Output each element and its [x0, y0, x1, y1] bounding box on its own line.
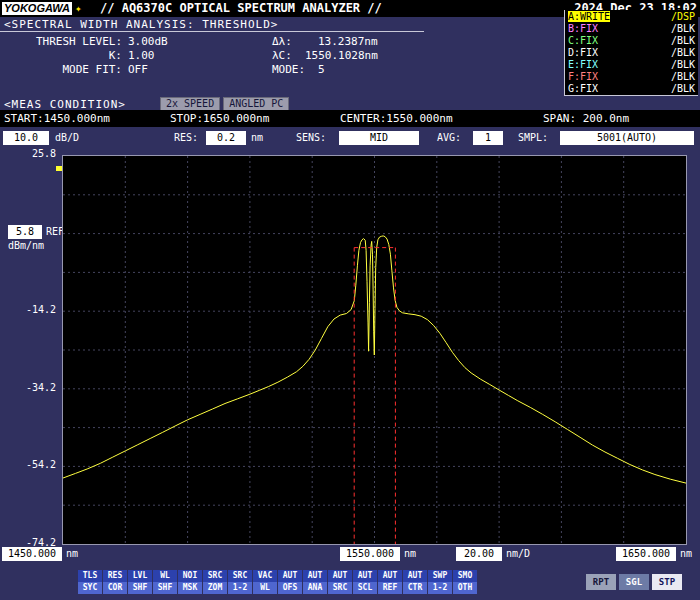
- res-field[interactable]: 0.2: [206, 131, 246, 145]
- softkey-label-bottom: SYC: [78, 582, 102, 594]
- span-wavelength[interactable]: SPAN: 200.0nm: [543, 110, 629, 127]
- softkey-swp-1-2[interactable]: SWP1-2: [428, 570, 452, 594]
- y-axis-label-top: 25.8: [10, 147, 56, 161]
- softkey-toolbar: TLSSYCRESCORLVLSHFWLSHFNOIMSKSRCZOMSRC1-…: [78, 570, 477, 594]
- softkey-smo-oth[interactable]: SMOOTH: [453, 570, 477, 594]
- softkey-aut-src[interactable]: AUTSRC: [328, 570, 352, 594]
- trace-row-c[interactable]: C:FIX/BLK: [565, 35, 698, 46]
- softkey-src-1-2[interactable]: SRC1-2: [228, 570, 252, 594]
- stop-wavelength[interactable]: STOP:1650.000nm: [170, 110, 269, 127]
- thresh-level-label: THRESH LEVEL:: [0, 35, 122, 48]
- trace-row-d[interactable]: D:FIX/BLK: [565, 47, 698, 58]
- x-axis-start-field[interactable]: 1450.000: [2, 547, 62, 561]
- softkey-label-top: AUT: [303, 570, 327, 582]
- softkey-src-zom[interactable]: SRCZOM: [203, 570, 227, 594]
- trace-status: /BLK: [671, 47, 695, 58]
- y-axis-label: -54.2: [10, 458, 56, 472]
- yokogawa-logo: YOKOGAWA: [2, 2, 72, 15]
- softkey-lvl-shf[interactable]: LVLSHF: [128, 570, 152, 594]
- softkey-label-bottom: 1-2: [428, 582, 452, 594]
- trace-status: /BLK: [671, 59, 695, 70]
- softkey-label-top: SWP: [428, 570, 452, 582]
- softkey-label-bottom: OFS: [278, 582, 302, 594]
- softkey-label-bottom: ANA: [303, 582, 327, 594]
- softkey-aut-ofs[interactable]: AUTOFS: [278, 570, 302, 594]
- thresh-level-value[interactable]: 3.00dB: [128, 35, 168, 48]
- k-value[interactable]: 1.00: [128, 49, 155, 62]
- start-wavelength[interactable]: START:1450.000nm: [4, 110, 110, 127]
- trace-row-b[interactable]: B:FIX/BLK: [565, 23, 698, 34]
- trace-name: F:FIX: [568, 71, 598, 82]
- softkey-aut-ref[interactable]: AUTREF: [378, 570, 402, 594]
- softkey-wl-shf[interactable]: WLSHF: [153, 570, 177, 594]
- softkey-label-bottom: SHF: [128, 582, 152, 594]
- softkey-label-bottom: SRC: [328, 582, 352, 594]
- trace-status: /BLK: [671, 23, 695, 34]
- connector-badge: ANGLED PC: [223, 97, 289, 111]
- softkey-label-top: AUT: [403, 570, 427, 582]
- x-axis-start-unit: nm: [66, 547, 78, 561]
- softkey-label-bottom: WL: [253, 582, 277, 594]
- sens-field[interactable]: MID: [339, 131, 419, 145]
- trace-name: C:FIX: [568, 35, 598, 46]
- trace-status: /BLK: [671, 35, 695, 46]
- level-scale-field[interactable]: 10.0: [3, 131, 49, 145]
- sweep-range-bar: START:1450.000nm STOP:1650.000nm CENTER:…: [0, 110, 700, 127]
- avg-label: AVG:: [437, 131, 461, 145]
- y-axis-label: -14.2: [10, 303, 56, 317]
- softkey-label-bottom: ZOM: [203, 582, 227, 594]
- trace-row-e[interactable]: E:FIX/BLK: [565, 59, 698, 70]
- trace-name: B:FIX: [568, 23, 598, 34]
- y-axis-label: -34.2: [10, 381, 56, 395]
- button-sgl[interactable]: SGL: [619, 574, 649, 590]
- lambda-c-value: 1550.1028nm: [305, 49, 378, 62]
- trace-status-panel: A:WRITE/DSPB:FIX/BLKC:FIX/BLKD:FIX/BLKE:…: [564, 10, 698, 96]
- softkey-noi-msk[interactable]: NOIMSK: [178, 570, 202, 594]
- softkey-aut-scl[interactable]: AUTSCL: [353, 570, 377, 594]
- spectrum-plot-area[interactable]: [62, 155, 687, 545]
- softkey-tls-syc[interactable]: TLSSYC: [78, 570, 102, 594]
- trace-name: G:FIX: [568, 83, 598, 94]
- softkey-vac-wl[interactable]: VACWL: [253, 570, 277, 594]
- level-scale-unit: dB/D: [55, 131, 79, 145]
- mode-fit-value[interactable]: OFF: [128, 63, 148, 76]
- trace-status: /BLK: [671, 71, 695, 82]
- y-axis-unit: dBm/nm: [8, 239, 44, 253]
- smpl-label: SMPL:: [518, 131, 548, 145]
- trace-row-g[interactable]: G:FIX/BLK: [565, 83, 698, 94]
- trace-status: /BLK: [671, 83, 695, 94]
- softkey-label-bottom: OTH: [453, 582, 477, 594]
- x-axis-scale-unit: nm/D: [506, 547, 530, 561]
- lambda-c-label: λC:: [272, 49, 292, 62]
- softkey-label-top: NOI: [178, 570, 202, 582]
- trace-name: A:WRITE: [568, 11, 610, 22]
- softkey-label-bottom: REF: [378, 582, 402, 594]
- trace-status: /DSP: [671, 11, 695, 22]
- res-label: RES:: [174, 131, 198, 145]
- delta-lambda-value: 13.2387nm: [318, 35, 378, 48]
- softkey-aut-ana[interactable]: AUTANA: [303, 570, 327, 594]
- center-wavelength[interactable]: CENTER:1550.000nm: [340, 110, 453, 127]
- trace-row-f[interactable]: F:FIX/BLK: [565, 71, 698, 82]
- softkey-label-bottom: CTR: [403, 582, 427, 594]
- button-rpt[interactable]: RPT: [586, 574, 616, 590]
- trace-row-a[interactable]: A:WRITE/DSP: [565, 11, 698, 22]
- ref-level-field[interactable]: 5.8: [8, 225, 42, 239]
- avg-field[interactable]: 1: [473, 131, 503, 145]
- app-title: // AQ6370C OPTICAL SPECTRUM ANALYZER //: [100, 2, 382, 15]
- smpl-field[interactable]: 5001(AUTO): [560, 131, 694, 145]
- x-axis-stop-field[interactable]: 1650.000: [616, 547, 676, 561]
- x-axis-scale-field[interactable]: 20.00: [456, 547, 502, 561]
- softkey-aut-ctr[interactable]: AUTCTR: [403, 570, 427, 594]
- softkey-label-top: SRC: [203, 570, 227, 582]
- softkey-label-top: TLS: [78, 570, 102, 582]
- meas-condition-badges: 2x SPEED ANGLED PC: [160, 97, 289, 111]
- softkey-label-top: WL: [153, 570, 177, 582]
- mode-fit-label: MODE FIT:: [0, 63, 122, 76]
- osa-screen: YOKOGAWA ✦ // AQ6370C OPTICAL SPECTRUM A…: [0, 0, 700, 600]
- button-stp[interactable]: STP: [652, 574, 682, 590]
- x-axis-center-field[interactable]: 1550.000: [340, 547, 400, 561]
- softkey-res-cor[interactable]: RESCOR: [103, 570, 127, 594]
- sweep-control-buttons: RPTSGLSTP: [586, 574, 682, 590]
- logo-star-icon: ✦: [75, 2, 82, 15]
